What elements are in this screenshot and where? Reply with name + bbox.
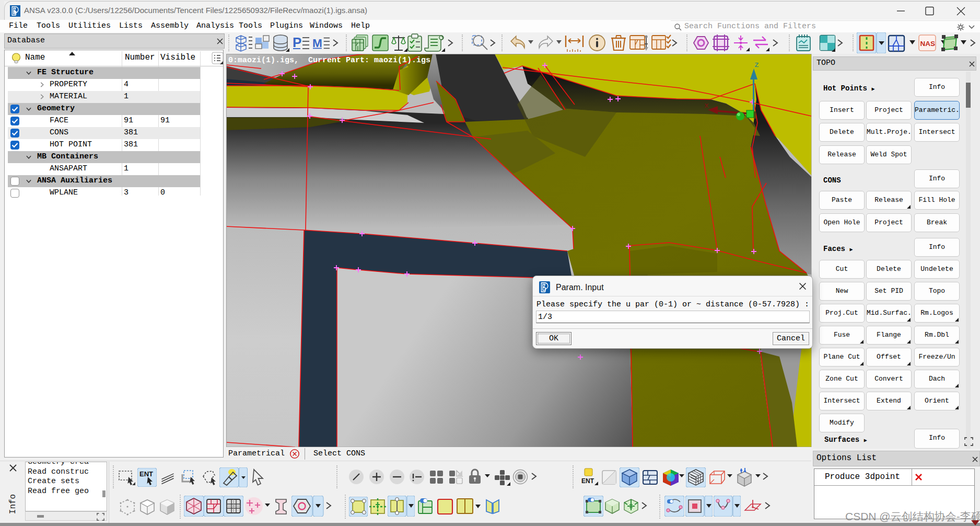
svg-text:P: P	[293, 35, 301, 50]
svg-text:x: x	[704, 101, 709, 110]
svg-text:ENT: ENT	[581, 477, 594, 485]
svg-text:0:maozi(1).igs, Current Part:: 0:maozi(1).igs, Current Part: maozi(1).i…	[228, 56, 430, 65]
svg-text:z: z	[754, 61, 759, 70]
svg-text:NAS: NAS	[920, 40, 936, 48]
svg-text:ENT: ENT	[139, 470, 153, 478]
svg-text:M: M	[312, 36, 322, 50]
